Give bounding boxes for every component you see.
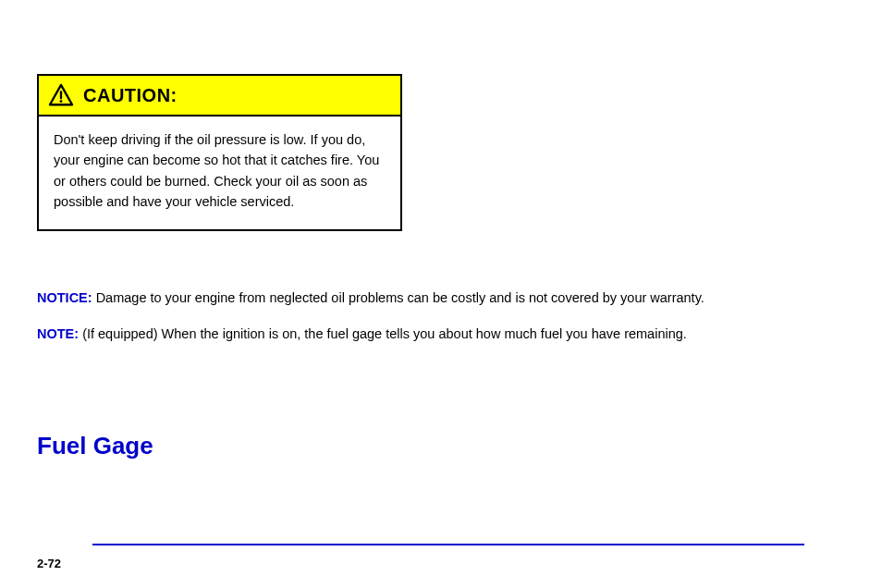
warning-triangle-icon: [48, 83, 74, 107]
note-text: (If equipped) When the ignition is on, t…: [82, 326, 687, 341]
caution-box: CAUTION: Don't keep driving if the oil p…: [37, 74, 402, 231]
caution-body: Don't keep driving if the oil pressure i…: [39, 116, 400, 229]
body-text-block: NOTICE: Damage to your engine from negle…: [37, 287, 851, 358]
note-label: NOTE:: [37, 326, 79, 341]
notice-paragraph: NOTICE: Damage to your engine from negle…: [37, 287, 851, 310]
page-number: 2-72: [37, 557, 61, 570]
caution-header: CAUTION:: [39, 76, 400, 116]
notice-text: Damage to your engine from neglected oil…: [96, 290, 704, 305]
caution-title: CAUTION:: [83, 85, 178, 106]
notice-label: NOTICE:: [37, 290, 92, 305]
horizontal-rule: [92, 544, 804, 545]
svg-point-1: [60, 100, 63, 103]
note-paragraph: NOTE: (If equipped) When the ignition is…: [37, 323, 851, 346]
section-heading: Fuel Gage: [37, 432, 153, 460]
